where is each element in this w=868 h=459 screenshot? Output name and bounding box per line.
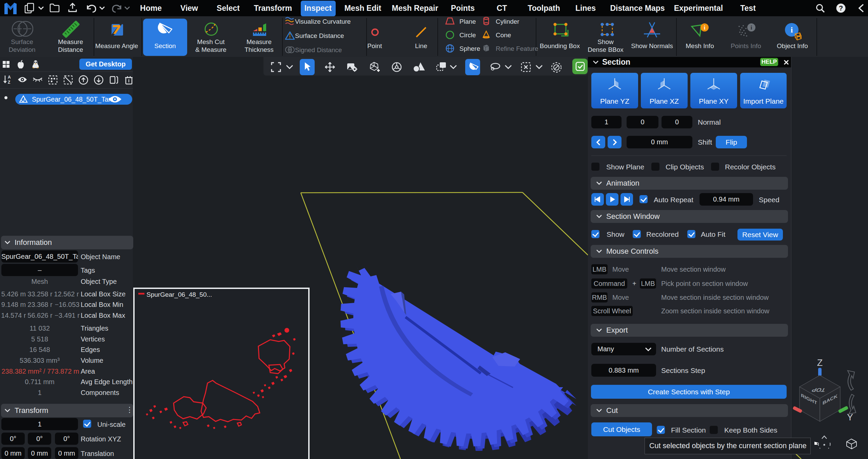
svg-text:A: A xyxy=(8,75,11,80)
svg-text:SpurGear_06_48_50...: SpurGear_06_48_50... xyxy=(146,291,212,298)
svg-text:?: ? xyxy=(839,4,843,12)
svg-text:i: i xyxy=(704,25,706,30)
svg-text:TOP: TOP xyxy=(811,387,827,393)
svg-text:Z: Z xyxy=(817,358,823,368)
svg-text:Z: Z xyxy=(8,80,10,84)
svg-text:i: i xyxy=(791,25,793,34)
svg-text:i: i xyxy=(751,25,752,30)
